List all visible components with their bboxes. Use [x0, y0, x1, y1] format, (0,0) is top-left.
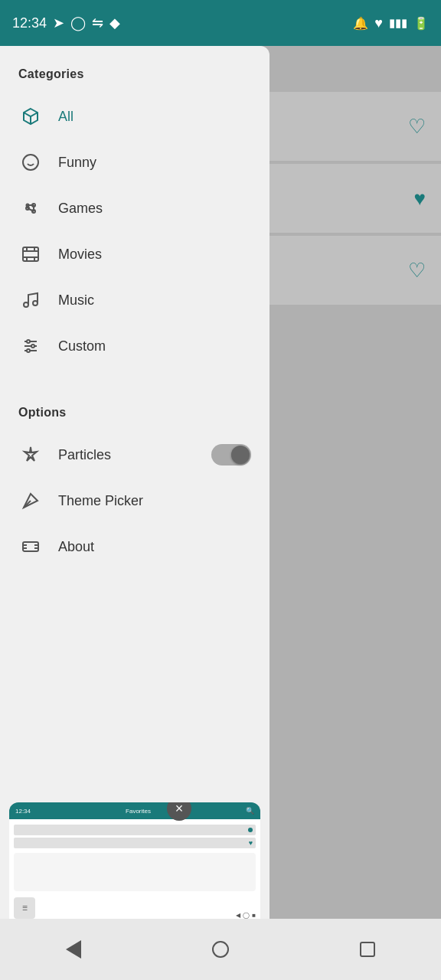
- sliders-icon: [18, 334, 43, 358]
- svg-point-20: [33, 301, 38, 305]
- svg-rect-28: [23, 542, 38, 551]
- sidebar-item-games-label: Games: [58, 201, 103, 217]
- preview-heart-icon: ♥: [249, 839, 253, 847]
- svg-point-25: [31, 345, 34, 348]
- recents-button[interactable]: [348, 930, 387, 969]
- svg-point-26: [27, 349, 30, 352]
- sparkle-icon: [18, 443, 43, 467]
- categories-title: Categories: [0, 46, 270, 93]
- sidebar-item-particles-label: Particles: [58, 447, 111, 463]
- svg-rect-12: [23, 247, 38, 261]
- toggle-knob: [231, 446, 250, 464]
- heart-outline-icon-3[interactable]: ♡: [408, 259, 426, 283]
- sidebar-item-all[interactable]: All: [0, 93, 270, 139]
- back-button[interactable]: [54, 930, 93, 969]
- preview-screen-topbar: 12:34 Favorites 🔍: [9, 802, 260, 819]
- heart-row-3[interactable]: ♡: [265, 236, 441, 305]
- sidebar-item-music-label: Music: [58, 292, 94, 309]
- sidebar-item-about-label: About: [58, 539, 94, 555]
- options-title: Options: [0, 384, 270, 432]
- recents-icon: [360, 942, 375, 957]
- heart-row-1[interactable]: ♡: [265, 92, 441, 161]
- brush-icon: [18, 488, 43, 513]
- preview-list-item-1: [14, 825, 256, 835]
- preview-search-icon: 🔍: [246, 807, 254, 815]
- sidebar-item-theme-picker-label: Theme Picker: [58, 493, 143, 509]
- games-icon: [18, 196, 43, 220]
- sidebar-item-all-label: All: [58, 109, 74, 125]
- close-icon: ×: [175, 802, 184, 817]
- cube-icon: [18, 104, 43, 129]
- music-icon: [18, 288, 43, 312]
- sidebar-item-music[interactable]: Music: [0, 277, 270, 323]
- home-button[interactable]: [201, 930, 240, 969]
- signal-icon: ▮▮▮: [389, 16, 407, 30]
- sidebar-item-about[interactable]: About: [0, 524, 270, 570]
- status-bar: 12:34 ➤ ◯ ⇋ ◆ 🔔 ♥ ▮▮▮ 🔋: [0, 0, 441, 46]
- heart-status-icon: ♥: [374, 15, 383, 31]
- sidebar-item-movies-label: Movies: [58, 247, 102, 263]
- smiley-icon: [18, 150, 43, 175]
- sidebar-item-particles[interactable]: Particles: [0, 432, 270, 478]
- sidebar-item-funny[interactable]: Funny: [0, 139, 270, 185]
- sidebar-item-theme-picker[interactable]: Theme Picker: [0, 478, 270, 524]
- sidebar-item-games[interactable]: Games: [0, 185, 270, 231]
- divider: [0, 369, 270, 384]
- particles-toggle[interactable]: [211, 444, 251, 466]
- svg-point-19: [24, 302, 28, 307]
- sidebar-item-custom[interactable]: Custom: [0, 323, 270, 369]
- sidebar-item-funny-label: Funny: [58, 155, 96, 171]
- time-display: 12:34: [12, 15, 47, 31]
- status-left: 12:34 ➤ ◯ ⇋ ◆: [12, 15, 120, 31]
- preview-screenshot: 12:34 Favorites 🔍 ♥ ☰: [9, 802, 260, 925]
- info-icon: [18, 534, 43, 559]
- heart-outline-icon-1[interactable]: ♡: [408, 115, 426, 139]
- preview-title: Favorites: [126, 808, 151, 815]
- preview-empty-space: [14, 853, 256, 891]
- bell-mute-icon: 🔔: [353, 16, 368, 31]
- preview-list-item-2: ♥: [14, 838, 256, 848]
- status-right: 🔔 ♥ ▮▮▮ 🔋: [353, 15, 429, 31]
- svg-point-24: [27, 340, 30, 343]
- home-icon: [212, 941, 229, 958]
- location-arrow-icon: ➤: [53, 15, 64, 31]
- preview-time: 12:34: [15, 808, 31, 815]
- film-icon: [18, 242, 43, 266]
- preview-nav-arrows: ◀ ◯ ■: [236, 912, 256, 919]
- preview-nav-icon: ☰: [14, 897, 35, 919]
- drop-icon: ◆: [109, 15, 120, 31]
- heart-items-list: ♡ ♥ ♡: [265, 92, 441, 308]
- sidebar-item-custom-label: Custom: [58, 338, 106, 354]
- heart-filled-icon-2[interactable]: ♥: [414, 187, 426, 211]
- circle-status-icon: ◯: [70, 15, 86, 31]
- svg-point-1: [23, 155, 38, 170]
- back-icon: [66, 940, 81, 959]
- heart-row-2[interactable]: ♥: [265, 164, 441, 233]
- wifi-refresh-icon: ⇋: [92, 15, 103, 31]
- preview-bottom-bar-inner: ☰ ◀ ◯ ■: [14, 891, 256, 922]
- sidebar-item-movies[interactable]: Movies: [0, 231, 270, 277]
- battery-icon: 🔋: [413, 16, 429, 31]
- nav-bar: [0, 919, 441, 980]
- drawer: Categories All Funny: [0, 46, 270, 980]
